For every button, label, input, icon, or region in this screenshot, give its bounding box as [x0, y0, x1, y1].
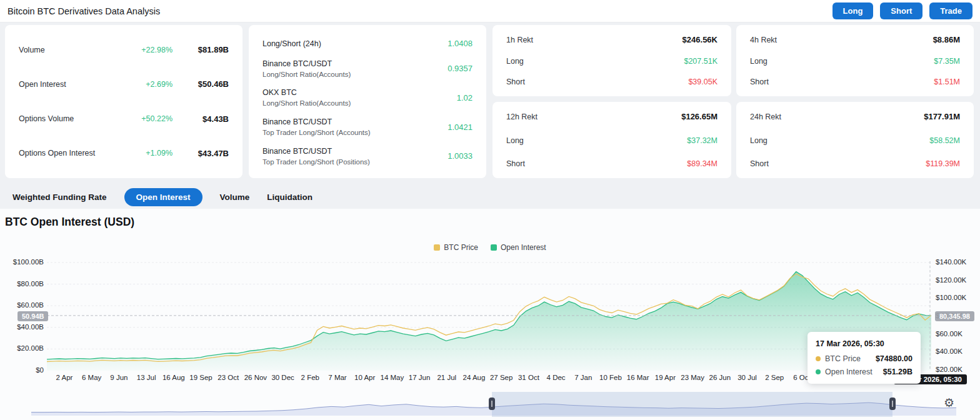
tab-volume[interactable]: Volume	[220, 188, 250, 206]
short-button[interactable]: Short	[880, 2, 922, 19]
ratio-sublabel: Long/Short Ratio(Accounts)	[262, 99, 457, 107]
open-interest-swatch	[491, 244, 497, 251]
rekt-long-label: Long	[506, 136, 524, 145]
legend-item-open-interest[interactable]: Open Interest	[491, 243, 546, 252]
header-bar: Bitcoin BTC Derivatives Data Analysis Lo…	[0, 0, 980, 22]
stat-row-options-volume: Options Volume +50.22% $4.43B	[5, 114, 242, 124]
tooltip-value: $74880.00	[876, 354, 912, 363]
rekt-card-4h: 4h Rekt$8.86M Long$7.35M Short$1.51M	[736, 25, 974, 96]
ratio-value: 0.9357	[448, 64, 472, 73]
y-left-axis-label: $60.00B	[2, 301, 44, 309]
rekt-short-label: Short	[750, 159, 769, 168]
stat-value: $50.46B	[172, 79, 229, 89]
x-axis-tick: 4 Dec	[547, 374, 566, 381]
y-right-axis-label: $140.00K	[936, 258, 979, 266]
ratio-row: Binance BTC/USDT Top Trader Long/Short (…	[249, 147, 486, 166]
rekt-short-value: $89.34M	[687, 159, 718, 168]
tooltip-row-btc-price: BTC Price $74880.00	[816, 354, 912, 363]
ratio-sublabel: Top Trader Long/Short (Positions)	[262, 158, 448, 166]
rekt-short-label: Short	[506, 159, 525, 168]
x-axis-tick: 7 Mar	[328, 374, 346, 381]
rekt-short-value: $39.05K	[688, 78, 718, 86]
tab-liquidation[interactable]: Liquidation	[267, 188, 312, 206]
chart-tooltip: 17 Mar 2026, 05:30 BTC Price $74880.00 O…	[808, 332, 921, 384]
chart-navigator[interactable]	[31, 392, 956, 417]
rekt-card-24h: 24h Rekt$177.91M Long$58.52M Short$119.3…	[736, 102, 974, 178]
btc-price-dot-icon	[816, 356, 821, 361]
page-title: Bitcoin BTC Derivatives Data Analysis	[8, 6, 160, 16]
x-axis-tick: 19 Apr	[655, 374, 676, 381]
rekt-total: $177.91M	[924, 112, 960, 121]
stat-row-open-interest: Open Interest +2.69% $50.46B	[5, 79, 242, 89]
tab-open-interest[interactable]: Open Interest	[124, 188, 202, 206]
x-axis-tick: 6 May	[82, 374, 101, 381]
rekt-long-label: Long	[750, 136, 768, 145]
ratio-label: Binance BTC/USDT	[262, 118, 448, 126]
x-axis-tick: 16 Aug	[162, 374, 185, 381]
gear-icon[interactable]: ⚙	[944, 397, 954, 409]
ratio-value: 1.0408	[448, 39, 472, 48]
x-axis-tick: 31 Oct	[518, 374, 539, 381]
tooltip-row-open-interest: Open Interest $51.29B	[816, 368, 912, 376]
ratio-value: 1.0421	[448, 122, 472, 132]
x-axis-tick: 2 Feb	[301, 374, 319, 381]
legend-label: Open Interest	[501, 243, 546, 252]
rekt-long-value: $37.32M	[687, 136, 718, 145]
rekt-total: $246.56K	[682, 35, 718, 44]
open-interest-area	[47, 272, 931, 371]
x-axis-tick: 19 Sep	[189, 374, 212, 381]
stat-change: +50.22%	[104, 114, 172, 123]
legend-label: BTC Price	[444, 243, 478, 252]
chart-tabs: Weighted Funding Rate Open Interest Volu…	[12, 187, 312, 207]
open-interest-dot-icon	[816, 369, 821, 374]
stat-row-volume: Volume +22.98% $81.89B	[5, 45, 242, 54]
btc-price-swatch	[434, 244, 440, 251]
open-interest-chart[interactable]	[47, 256, 931, 371]
left-axis-value-badge: 50.94B	[18, 311, 48, 321]
x-axis-tick: 26 Jun	[709, 374, 731, 381]
rekt-short-value: $119.39M	[926, 159, 960, 168]
stat-value: $81.89B	[172, 45, 229, 54]
stat-change: +1.09%	[104, 149, 172, 158]
ratio-label: Binance BTC/USDT	[262, 59, 448, 68]
x-axis-tick: 23 Oct	[218, 374, 239, 381]
y-left-axis-label: $80.00B	[2, 280, 44, 288]
x-axis-tick: 2 Apr	[56, 374, 73, 381]
rekt-long-value: $58.52M	[929, 136, 960, 145]
x-axis-tick: 16 Mar	[627, 374, 649, 381]
x-axis-tick: 24 Aug	[463, 374, 486, 381]
navigator-selection[interactable]	[492, 392, 892, 417]
x-axis-tick: 27 Sep	[490, 374, 512, 381]
y-left-axis-label: $0	[2, 366, 44, 374]
x-axis-tick: 13 Jul	[137, 374, 156, 381]
ratio-row: Long/Short (24h) 1.0408	[249, 38, 486, 49]
rekt-long-label: Long	[750, 57, 768, 66]
rekt-total: $8.86M	[933, 35, 960, 44]
stat-change: +22.98%	[104, 46, 172, 54]
rekt-title: 24h Rekt	[750, 112, 781, 121]
long-button[interactable]: Long	[832, 2, 874, 19]
tab-weighted-funding-rate[interactable]: Weighted Funding Rate	[12, 188, 107, 206]
trade-button[interactable]: Trade	[929, 2, 972, 19]
y-right-axis-label: $20.00K	[936, 366, 979, 373]
rekt-short-label: Short	[750, 78, 769, 86]
y-left-axis-label: $40.00B	[2, 323, 44, 331]
ratio-label: Binance BTC/USDT	[262, 147, 448, 156]
stat-value: $4.43B	[172, 114, 229, 124]
x-axis-tick: 7 Jan	[574, 374, 592, 381]
y-right-axis-label: $120.00K	[936, 276, 979, 284]
x-axis-tick: 26 Nov	[244, 374, 267, 381]
rekt-total: $126.65M	[681, 112, 718, 121]
legend-item-btc-price[interactable]: BTC Price	[434, 243, 478, 252]
x-axis-tick: 30 Dec	[271, 374, 294, 381]
rekt-title: 12h Rekt	[506, 112, 538, 121]
stat-change: +2.69%	[104, 80, 172, 89]
stat-value: $43.47B	[172, 149, 229, 158]
y-left-axis-label: $100.00B	[2, 258, 44, 266]
x-axis-tick: 30 Jul	[738, 374, 757, 381]
rekt-long-value: $207.51K	[684, 57, 718, 66]
x-axis-tick: 9 Jun	[110, 374, 128, 381]
tooltip-timestamp: 17 Mar 2026, 05:30	[816, 339, 912, 348]
rekt-long-label: Long	[506, 57, 524, 66]
ratio-value: 1.02	[457, 93, 472, 102]
